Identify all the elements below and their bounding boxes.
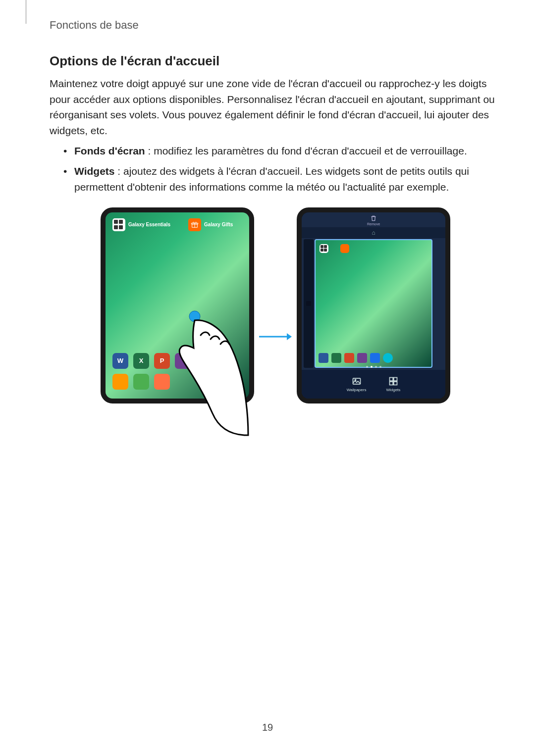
word-icon bbox=[319, 353, 328, 363]
svg-rect-4 bbox=[389, 377, 393, 381]
excel-icon: X bbox=[133, 353, 149, 369]
excel-icon bbox=[331, 353, 341, 363]
powerpoint-icon: P bbox=[154, 353, 170, 369]
person-icon bbox=[154, 374, 170, 390]
bullet-list: Fonds d'écran : modifiez les paramètres … bbox=[50, 143, 501, 196]
bullet-bold: Fonds d'écran bbox=[74, 145, 145, 156]
device-edit-mode: Remove ⌂ bbox=[297, 207, 450, 403]
bullet-item: Fonds d'écran : modifiez les paramètres … bbox=[50, 143, 501, 159]
essentials-icon bbox=[320, 244, 328, 253]
widgets-button: Widgets bbox=[386, 376, 400, 392]
section-header: Fonctions de base bbox=[50, 19, 501, 32]
wallpapers-button: Wallpapers bbox=[347, 376, 367, 392]
widget-label: Galaxy Gifts bbox=[204, 222, 233, 227]
essentials-icon bbox=[112, 218, 125, 231]
powerpoint-icon bbox=[344, 353, 354, 363]
bullet-text: : ajoutez des widgets à l'écran d'accuei… bbox=[74, 165, 469, 193]
page-title: Options de l'écran d'accueil bbox=[50, 53, 501, 69]
page-dots bbox=[302, 366, 445, 368]
files-icon bbox=[112, 374, 128, 390]
page-number: 19 bbox=[0, 722, 535, 733]
remove-button: Remove bbox=[367, 214, 380, 226]
svg-rect-5 bbox=[394, 377, 397, 381]
svg-point-3 bbox=[355, 379, 356, 381]
contacts-icon bbox=[357, 353, 367, 363]
svg-rect-6 bbox=[389, 381, 393, 385]
bullet-text: : modifiez les paramètres du fond d'écra… bbox=[145, 145, 467, 156]
svg-rect-7 bbox=[394, 381, 397, 385]
widget-label: Galaxy Essentials bbox=[128, 222, 170, 227]
intro-paragraph: Maintenez votre doigt appuyé sur une zon… bbox=[50, 76, 501, 138]
bullet-bold: Widgets bbox=[74, 165, 114, 177]
arrow-icon bbox=[259, 332, 292, 343]
gift-icon bbox=[340, 244, 349, 253]
side-panel bbox=[304, 239, 314, 368]
figure: Galaxy Essentials Galaxy Gifts W X P bbox=[50, 207, 501, 403]
home-indicator-icon: ⌂ bbox=[302, 227, 445, 238]
word-icon: W bbox=[112, 353, 128, 369]
music-icon bbox=[383, 353, 393, 363]
video-icon bbox=[370, 353, 380, 363]
hand-gesture-icon bbox=[171, 309, 250, 438]
svg-marker-1 bbox=[287, 333, 292, 340]
bullet-item: Widgets : ajoutez des widgets à l'écran … bbox=[50, 163, 501, 196]
phone-icon bbox=[133, 374, 149, 390]
gift-icon bbox=[188, 218, 201, 231]
